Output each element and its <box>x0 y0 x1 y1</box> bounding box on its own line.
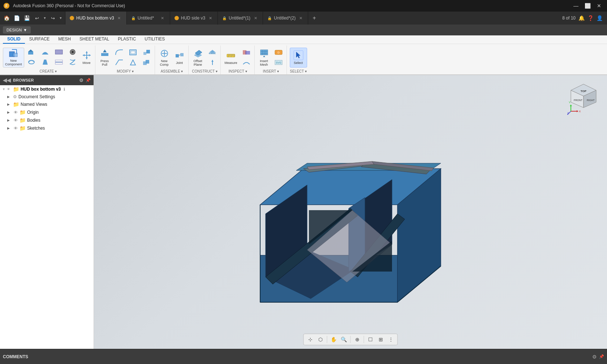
undo-dropdown[interactable]: ▼ <box>43 14 47 22</box>
home-button[interactable]: 🏠 <box>2 14 11 22</box>
more-display-button[interactable]: ⋮ <box>387 335 395 344</box>
sketches-eye-icon[interactable]: 👁 <box>13 126 18 130</box>
tab-close-button[interactable]: ✕ <box>116 15 122 21</box>
origin-eye-icon[interactable]: 👁 <box>13 110 18 114</box>
combine-button[interactable] <box>140 58 153 67</box>
create-new-component-button[interactable]: NewComponent <box>3 48 24 68</box>
camera-button[interactable]: ⬡ <box>316 335 325 344</box>
insert-group-label[interactable]: INSERT ▾ <box>263 69 279 74</box>
tab-count-label: 8 of 10 <box>562 16 576 21</box>
comments-pin-icon[interactable]: 📌 <box>599 354 604 359</box>
notifications-icon[interactable]: 🔔 <box>578 15 585 21</box>
vp-separator3 <box>364 336 364 343</box>
create-group-label[interactable]: CREATE ▾ <box>39 69 57 74</box>
fit-button[interactable]: ⊕ <box>353 335 362 344</box>
curvature-button[interactable] <box>240 58 253 67</box>
interf-button[interactable] <box>240 48 253 57</box>
chamfer-button[interactable] <box>113 58 126 67</box>
add-tab-button[interactable]: + <box>308 12 320 25</box>
browser-settings-icon[interactable]: ⚙ <box>79 78 83 83</box>
decal-button[interactable]: D <box>272 48 285 57</box>
draft-button[interactable] <box>126 58 139 67</box>
tab-hud-side[interactable]: HUD side v3 ✕ <box>170 12 218 25</box>
browser-item-origin[interactable]: ▶ 👁 📁 Origin <box>0 108 94 116</box>
measure-button[interactable]: Measure <box>223 48 239 68</box>
tab-surface[interactable]: SURFACE <box>25 35 54 44</box>
revolve-button[interactable] <box>25 58 38 67</box>
viewport[interactable]: TOP FRONT RIGHT X Y Z ⊹ ⬡ <box>94 75 607 349</box>
browser-pin-icon[interactable]: 📌 <box>86 78 91 83</box>
nav-cube[interactable]: TOP FRONT RIGHT X Y Z <box>567 82 600 115</box>
shell-button[interactable] <box>126 48 139 57</box>
scale-button[interactable] <box>140 48 153 57</box>
new-comp-assemble-button[interactable]: NewComp <box>157 48 172 68</box>
zoom-button[interactable]: 🔍 <box>340 335 348 344</box>
root-visibility-toggle[interactable]: 👁 <box>7 87 10 91</box>
assemble-group-label[interactable]: ASSEMBLE ▾ <box>161 69 183 74</box>
design-mode-button[interactable]: DESIGN ▼ <box>3 26 31 34</box>
tab-mesh[interactable]: MESH <box>54 35 75 44</box>
select-group-label[interactable]: SELECT ▾ <box>290 69 307 74</box>
tab-solid[interactable]: SOLID <box>3 35 25 44</box>
new-file-button[interactable]: 📄 <box>12 14 21 22</box>
display-mode-button[interactable]: ☐ <box>366 335 375 344</box>
tab-untitled2[interactable]: 🔒 Untitled*(1) ✕ <box>218 12 263 25</box>
tab-sheet-metal[interactable]: SHEET METAL <box>75 35 113 44</box>
fillet-button[interactable] <box>113 48 126 57</box>
construct-group-label[interactable]: CONSTRUCT ▾ <box>192 69 217 74</box>
loft-button[interactable] <box>39 58 52 67</box>
modify-group-label[interactable]: MODIFY ▾ <box>117 69 133 74</box>
press-pull-button[interactable]: PressPull <box>98 48 112 68</box>
tab-untitled3[interactable]: 🔒 Untitled*(2) ✕ <box>263 12 308 25</box>
rib-button[interactable] <box>52 48 65 57</box>
redo-button[interactable]: ↪ <box>48 14 57 22</box>
svg-marker-57 <box>263 56 265 57</box>
browser-item-bodies[interactable]: ▶ 👁 📁 Bodies <box>0 116 94 124</box>
move-icon <box>82 50 92 60</box>
tab-hud-box-bottom[interactable]: HUD box bottom v3 ✕ <box>65 12 127 25</box>
user-icon[interactable]: 👤 <box>597 15 603 21</box>
extrude-button[interactable] <box>25 48 38 57</box>
hole-button[interactable] <box>66 48 79 57</box>
close-button[interactable]: ✕ <box>594 2 604 9</box>
svg-insert-button[interactable]: SVG <box>272 58 285 67</box>
tab-close-button[interactable]: ✕ <box>253 15 258 21</box>
tab-counter: 8 of 10 🔔 ❓ 👤 <box>558 12 607 25</box>
browser-item-document-settings[interactable]: ▶ ⚙ Document Settings <box>0 93 94 100</box>
web-button[interactable] <box>52 58 65 67</box>
undo-button[interactable]: ↩ <box>33 14 41 22</box>
offset-plane-button[interactable]: OffsetPlane <box>191 48 205 68</box>
grid-button[interactable]: ⊞ <box>376 335 385 344</box>
tab-utilities[interactable]: UTILITIES <box>140 35 169 44</box>
svg-marker-91 <box>577 110 578 112</box>
tab-close-button[interactable]: ✕ <box>160 15 165 21</box>
comments-settings-icon[interactable]: ⚙ <box>592 354 597 360</box>
minimize-button[interactable]: — <box>571 2 581 9</box>
redo-dropdown[interactable]: ▼ <box>59 14 63 22</box>
tab-untitled1[interactable]: 🔒 Untitled* ✕ <box>127 12 170 25</box>
browser-item-named-views[interactable]: ▶ 📁 Named Views <box>0 100 94 108</box>
browser-item-sketches[interactable]: ▶ 👁 📁 Sketches <box>0 124 94 132</box>
help-icon[interactable]: ❓ <box>587 15 594 21</box>
axis-button[interactable] <box>206 58 219 67</box>
bodies-eye-icon[interactable]: 👁 <box>13 118 18 122</box>
insert-mesh-button[interactable]: InsertMesh <box>257 48 271 68</box>
maximize-button[interactable]: ⬜ <box>582 2 593 9</box>
pan-button[interactable]: ✋ <box>330 335 338 344</box>
tab-close-button[interactable]: ✕ <box>207 15 213 21</box>
move-button[interactable]: Move <box>80 48 94 68</box>
joint-button[interactable]: Joint <box>172 48 187 68</box>
tab-close-button[interactable]: ✕ <box>298 15 304 21</box>
thread-button[interactable] <box>66 58 79 67</box>
browser-collapse-button[interactable]: ◀◀ <box>3 77 11 83</box>
sweep-button[interactable] <box>39 48 52 57</box>
root-info-icon[interactable]: ℹ <box>64 87 65 92</box>
browser-root-item[interactable]: ▼ 👁 📁 HUD box bottom v3 ℹ <box>0 85 94 93</box>
select-button[interactable]: Select <box>290 48 307 68</box>
snap-settings-button[interactable]: ⊹ <box>306 335 315 344</box>
inspect-group-label[interactable]: INSPECT ▾ <box>229 69 247 74</box>
ribbon-group-modify: PressPull <box>96 46 155 74</box>
save-button[interactable]: 💾 <box>22 14 31 22</box>
tab-plastic[interactable]: PLASTIC <box>113 35 140 44</box>
midplane-button[interactable] <box>206 48 219 57</box>
